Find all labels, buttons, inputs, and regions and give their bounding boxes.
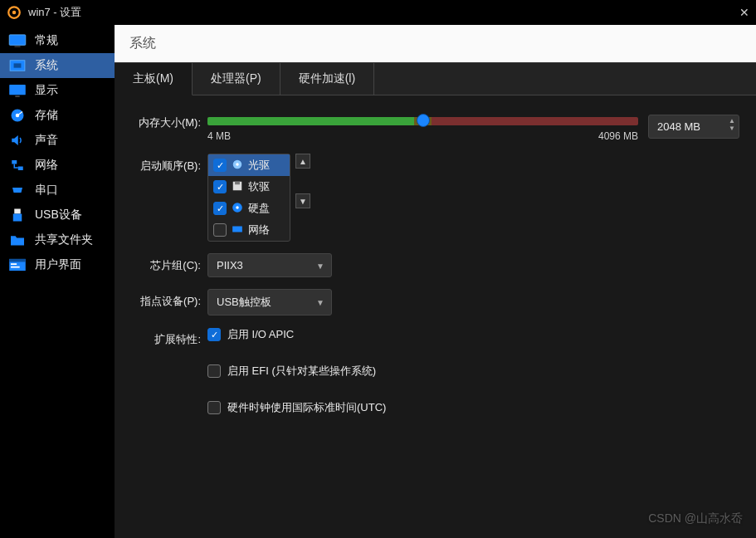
memory-value: 2048 MB xyxy=(657,120,700,133)
svg-rect-24 xyxy=(232,226,242,232)
titlebar: win7 - 设置 ✕ xyxy=(0,0,756,25)
svg-rect-3 xyxy=(14,46,20,47)
svg-rect-11 xyxy=(18,167,23,171)
svg-rect-10 xyxy=(12,160,17,164)
sidebar-item-network[interactable]: 网络 xyxy=(0,153,115,178)
boot-move-down-button[interactable]: ▼ xyxy=(295,193,310,208)
boot-row-hdd[interactable]: ✓ 硬盘 xyxy=(208,198,290,219)
utc-text: 硬件时钟使用国际标准时间(UTC) xyxy=(227,400,386,415)
memory-slider[interactable] xyxy=(207,117,638,125)
svg-rect-12 xyxy=(14,209,21,214)
svg-point-1 xyxy=(12,11,17,15)
spinbox-arrows-icon[interactable]: ▲▼ xyxy=(729,117,735,132)
chevron-down-icon: ▼ xyxy=(316,298,324,307)
sidebar-item-system[interactable]: 系统 xyxy=(0,53,115,78)
cdrom-icon xyxy=(232,159,243,173)
svg-point-23 xyxy=(236,206,239,209)
storage-icon xyxy=(8,108,27,123)
boot-check-hdd[interactable]: ✓ xyxy=(213,202,227,215)
ioapic-text: 启用 I/O APIC xyxy=(227,327,294,342)
tab-motherboard[interactable]: 主板(M) xyxy=(115,63,193,95)
sidebar-item-label: 用户界面 xyxy=(35,257,81,272)
sidebar-item-usb[interactable]: USB设备 xyxy=(0,203,115,227)
svg-rect-13 xyxy=(13,214,22,222)
boot-list[interactable]: ✓ 光驱 ✓ 软驱 ✓ 硬盘 xyxy=(207,154,290,242)
sidebar-item-display[interactable]: 显示 xyxy=(0,78,115,103)
ui-icon xyxy=(8,257,27,272)
display-icon xyxy=(8,83,27,98)
usb-icon xyxy=(8,208,27,223)
sidebar-item-label: 网络 xyxy=(35,158,58,173)
memory-spinbox[interactable]: 2048 MB ▲▼ xyxy=(648,115,739,139)
boot-row-cdrom[interactable]: ✓ 光驱 xyxy=(208,154,290,176)
svg-point-19 xyxy=(236,163,239,166)
svg-rect-5 xyxy=(14,63,22,67)
page-title: 系统 xyxy=(115,25,756,63)
watermark: CSDN @山高水岙 xyxy=(648,511,743,526)
chipset-label: 芯片组(C): xyxy=(131,253,207,273)
utc-checkbox[interactable] xyxy=(207,401,221,414)
boot-check-cdrom[interactable]: ✓ xyxy=(213,159,227,172)
svg-rect-21 xyxy=(235,181,240,184)
sidebar-item-audio[interactable]: 声音 xyxy=(0,128,115,153)
sidebar-item-storage[interactable]: 存储 xyxy=(0,103,115,128)
sidebar-item-label: 显示 xyxy=(35,83,58,98)
boot-check-floppy[interactable]: ✓ xyxy=(213,180,227,193)
pointer-select[interactable]: USB触控板 ▼ xyxy=(207,289,332,315)
sidebar: 常规 系统 显示 存储 声音 网络 串口 USB设备 xyxy=(0,25,115,538)
sidebar-item-shared[interactable]: 共享文件夹 xyxy=(0,227,115,252)
bootorder-label: 启动顺序(B): xyxy=(131,154,207,174)
boot-move-up-button[interactable]: ▲ xyxy=(295,154,310,169)
sidebar-item-label: 系统 xyxy=(35,58,58,73)
chip-icon xyxy=(8,58,27,73)
chipset-select[interactable]: PIIX3 ▼ xyxy=(207,253,332,277)
chevron-down-icon: ▼ xyxy=(316,261,324,270)
sidebar-item-general[interactable]: 常规 xyxy=(0,28,115,53)
sidebar-item-ui[interactable]: 用户界面 xyxy=(0,252,115,277)
monitor-icon xyxy=(8,33,27,48)
app-gear-icon xyxy=(7,5,22,20)
memory-max: 4096 MB xyxy=(598,130,638,142)
floppy-icon xyxy=(232,180,243,194)
boot-row-network[interactable]: 网络 xyxy=(208,219,290,241)
speaker-icon xyxy=(8,133,27,148)
svg-rect-16 xyxy=(11,263,17,265)
memory-label: 内存大小(M): xyxy=(131,110,207,130)
extras-label: 扩展特性: xyxy=(131,327,207,347)
sidebar-item-label: 常规 xyxy=(35,33,58,48)
sidebar-item-label: 声音 xyxy=(35,133,58,148)
ioapic-checkbox[interactable]: ✓ xyxy=(207,328,221,341)
memory-min: 4 MB xyxy=(207,130,231,142)
sidebar-item-label: 串口 xyxy=(35,183,58,198)
net-icon xyxy=(232,223,243,237)
sidebar-item-label: USB设备 xyxy=(35,208,82,223)
window-title: win7 - 设置 xyxy=(28,5,81,20)
boot-row-floppy[interactable]: ✓ 软驱 xyxy=(208,176,290,198)
memory-slider-thumb[interactable] xyxy=(417,114,430,127)
sidebar-item-label: 共享文件夹 xyxy=(35,232,93,247)
serial-icon xyxy=(8,183,27,198)
boot-check-network[interactable] xyxy=(213,223,227,237)
close-icon[interactable]: ✕ xyxy=(739,6,749,19)
efi-checkbox[interactable] xyxy=(207,364,221,378)
hdd-icon xyxy=(232,202,243,216)
tab-processor[interactable]: 处理器(P) xyxy=(193,63,280,95)
efi-text: 启用 EFI (只针对某些操作系统) xyxy=(227,364,376,379)
sidebar-item-label: 存储 xyxy=(35,108,58,123)
folder-icon xyxy=(8,232,27,247)
tab-bar: 主板(M) 处理器(P) 硬件加速(l) xyxy=(115,63,756,95)
svg-rect-17 xyxy=(11,267,20,268)
svg-rect-6 xyxy=(9,85,26,95)
svg-rect-2 xyxy=(9,35,26,45)
network-icon xyxy=(8,158,27,173)
tab-acceleration[interactable]: 硬件加速(l) xyxy=(280,63,374,95)
sidebar-item-serial[interactable]: 串口 xyxy=(0,178,115,203)
svg-rect-7 xyxy=(15,95,19,97)
pointer-label: 指点设备(P): xyxy=(131,289,207,309)
svg-rect-15 xyxy=(9,259,26,262)
